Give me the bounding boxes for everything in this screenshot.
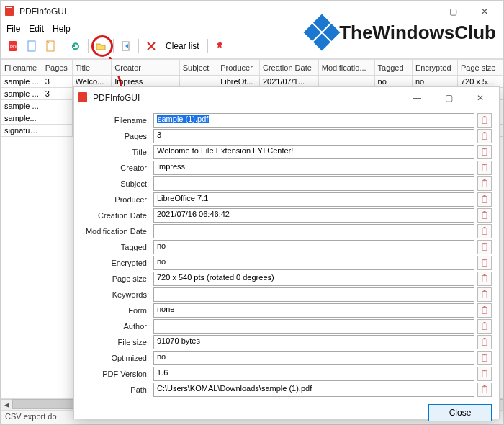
col-mdate[interactable]: Modificatio... <box>318 60 374 76</box>
field-input[interactable]: 3 <box>153 129 474 143</box>
table-row[interactable]: sample ...3Welco...ImpressLibreOf...2021… <box>1 76 503 88</box>
svg-rect-14 <box>484 148 486 149</box>
field-row: Pages:3 <box>81 129 492 143</box>
field-input[interactable]: Impress <box>153 161 474 175</box>
field-input[interactable] <box>153 176 474 191</box>
toolbar-pin-icon[interactable] <box>212 38 228 54</box>
clipboard-icon[interactable] <box>477 240 492 254</box>
col-pages[interactable]: Pages <box>42 60 72 76</box>
svg-rect-22 <box>484 211 486 212</box>
maximize-button[interactable]: ▢ <box>437 1 469 22</box>
field-input[interactable]: sample (1).pdf <box>153 113 474 128</box>
toolbar-newdoc-icon[interactable] <box>42 38 58 54</box>
toolbar-export-icon[interactable] <box>118 38 134 54</box>
field-row: Subject: <box>81 176 492 191</box>
col-cdate[interactable]: Creation Date <box>259 60 318 76</box>
clipboard-icon[interactable] <box>477 335 492 349</box>
clipboard-icon[interactable] <box>477 129 492 143</box>
detail-title: PDFInfoGUI <box>93 93 401 103</box>
col-tagged[interactable]: Tagged <box>374 60 412 76</box>
svg-rect-36 <box>484 322 486 323</box>
clipboard-icon[interactable] <box>477 208 492 223</box>
field-input[interactable]: no <box>153 351 474 365</box>
clipboard-icon[interactable] <box>477 272 492 286</box>
field-input[interactable] <box>153 224 474 238</box>
field-input[interactable]: none <box>153 303 474 318</box>
clipboard-icon[interactable] <box>477 113 492 128</box>
svg-rect-41 <box>482 371 487 377</box>
svg-rect-29 <box>482 276 487 282</box>
minimize-button[interactable]: — <box>405 1 437 22</box>
col-producer[interactable]: Producer <box>217 60 260 76</box>
svg-rect-33 <box>482 308 487 314</box>
col-filename[interactable]: Filename <box>1 60 42 76</box>
field-row: PDF Version:1.6 <box>81 367 492 381</box>
field-input[interactable] <box>153 287 474 302</box>
field-input[interactable]: no <box>153 256 474 270</box>
field-row: Page size:720 x 540 pts (rotated 0 degre… <box>81 272 492 286</box>
svg-rect-42 <box>484 370 486 371</box>
field-input[interactable]: LibreOffice 7.1 <box>153 192 474 207</box>
field-input[interactable]: 91070 bytes <box>153 335 474 349</box>
clipboard-icon[interactable] <box>477 145 492 159</box>
cell-creator: Impress <box>112 76 179 88</box>
clipboard-icon[interactable] <box>477 287 492 302</box>
clipboard-icon[interactable] <box>477 382 492 397</box>
clipboard-icon[interactable] <box>477 192 492 207</box>
field-input[interactable]: 2021/07/16 06:46:42 <box>153 208 474 223</box>
field-input[interactable]: Welcome to File Extension FYI Center! <box>153 145 474 159</box>
menu-help[interactable]: Help <box>53 24 71 34</box>
svg-rect-24 <box>484 227 486 228</box>
toolbar-refresh-icon[interactable] <box>68 38 84 54</box>
brand-text: TheWindowsClub <box>339 22 496 44</box>
field-row: Tagged:no <box>81 240 492 254</box>
menu-edit[interactable]: Edit <box>29 24 44 34</box>
cell-mdate <box>318 76 374 88</box>
field-input[interactable]: 1.6 <box>153 367 474 381</box>
svg-rect-30 <box>484 274 486 276</box>
col-creator[interactable]: Creator <box>112 60 179 76</box>
toolbar-sep-3 <box>113 39 114 53</box>
button-row: Close <box>81 404 492 421</box>
col-subject[interactable]: Subject <box>179 60 217 76</box>
col-enc[interactable]: Encrypted <box>413 60 458 76</box>
toolbar-blank-icon[interactable] <box>24 38 40 54</box>
clipboard-icon[interactable] <box>477 303 492 318</box>
field-input[interactable]: no <box>153 240 474 254</box>
app-icon <box>4 5 15 19</box>
svg-rect-26 <box>484 243 486 244</box>
detail-window: PDFInfoGUI — ▢ ✕ Filename:sample (1).pdf… <box>73 86 500 419</box>
field-label: Keywords: <box>81 290 153 299</box>
field-input[interactable] <box>153 319 474 334</box>
detail-close-button[interactable]: ✕ <box>464 88 496 108</box>
svg-rect-1 <box>6 7 12 8</box>
field-input[interactable]: 720 x 540 pts (rotated 0 degrees) <box>153 272 474 286</box>
field-row: Encrypted:no <box>81 256 492 270</box>
detail-minimize-button[interactable]: — <box>401 88 433 108</box>
menu-file[interactable]: File <box>6 24 20 34</box>
clipboard-icon[interactable] <box>477 351 492 365</box>
clipboard-icon[interactable] <box>477 256 492 270</box>
toolbar-delete-icon[interactable] <box>143 38 159 54</box>
clipboard-icon[interactable] <box>477 161 492 175</box>
svg-rect-21 <box>482 212 487 219</box>
col-title[interactable]: Title <box>72 60 112 76</box>
clipboard-icon[interactable] <box>477 367 492 381</box>
close-dialog-button[interactable]: Close <box>428 404 492 421</box>
field-row: Title:Welcome to File Extension FYI Cent… <box>81 145 492 159</box>
scroll-left-icon[interactable]: ◀ <box>1 399 12 411</box>
col-psize[interactable]: Page size <box>457 60 503 76</box>
field-input[interactable]: C:\Users\KOMAL\Downloads\sample (1).pdf <box>153 382 474 397</box>
detail-maximize-button[interactable]: ▢ <box>433 88 464 108</box>
toolbar-open-folder-icon[interactable] <box>93 38 109 54</box>
cell-pages: 3 <box>42 88 72 100</box>
cell-pages: 3 <box>42 76 72 88</box>
svg-text:PDF: PDF <box>10 45 19 49</box>
toolbar-pdf-icon[interactable]: PDF <box>5 38 21 54</box>
clipboard-icon[interactable] <box>477 319 492 334</box>
clear-list-button[interactable]: Clear list <box>162 38 203 54</box>
close-button[interactable]: ✕ <box>469 1 500 22</box>
clipboard-icon[interactable] <box>477 176 492 191</box>
clipboard-icon[interactable] <box>477 224 492 238</box>
svg-rect-8 <box>78 92 87 102</box>
